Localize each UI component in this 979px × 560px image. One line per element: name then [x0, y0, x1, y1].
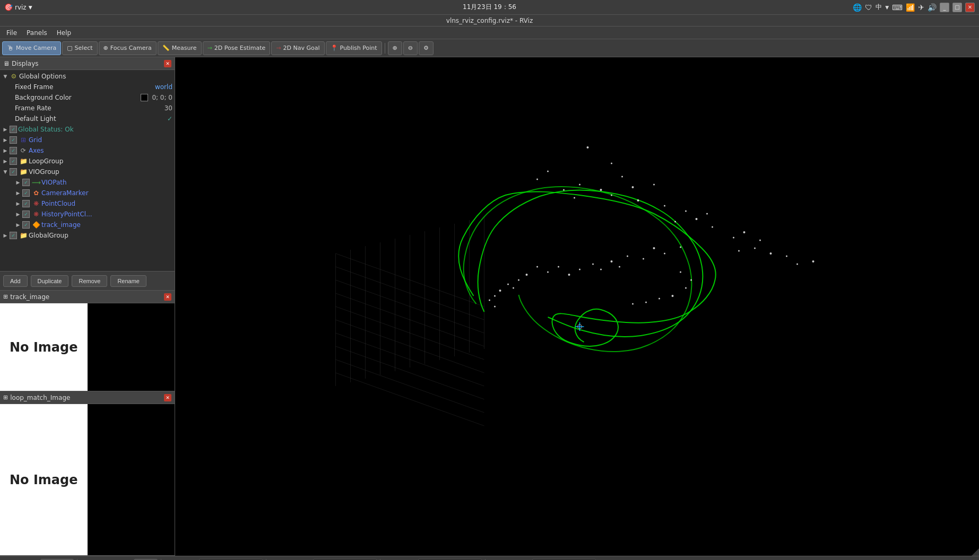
svg-point-60 — [558, 266, 559, 268]
dropdown-arrow[interactable]: ▼ — [29, 5, 32, 10]
nav-goal-button[interactable]: → 2D Nav Goal — [271, 41, 324, 55]
global-options-item[interactable]: ▼ ⚙ Global Options — [0, 71, 175, 82]
nav-goal-icon: → — [276, 45, 281, 51]
zoom-in-button[interactable]: ⊕ — [388, 41, 402, 55]
history-point-checkbox[interactable]: ✓ — [22, 211, 30, 218]
axes-checkbox[interactable]: ✓ — [10, 147, 17, 154]
svg-point-53 — [627, 256, 628, 257]
loop-group-checkbox[interactable]: ✓ — [10, 158, 17, 165]
svg-point-49 — [680, 247, 681, 248]
pose-estimate-icon: → — [207, 45, 212, 51]
svg-point-51 — [653, 247, 655, 249]
svg-point-62 — [536, 266, 538, 268]
svg-point-43 — [759, 240, 761, 241]
loop-match-header: ⊞ loop_match_Image ✕ — [0, 391, 175, 404]
color-swatch[interactable] — [141, 94, 148, 101]
grid-item[interactable]: ▶ ✓ ⊞ Grid — [0, 135, 175, 145]
add-button[interactable]: Add — [3, 275, 28, 287]
history-point-expand[interactable]: ▶ — [15, 211, 21, 217]
global-options-expand[interactable]: ▼ — [2, 73, 8, 80]
track-image-close-button[interactable]: ✕ — [164, 293, 171, 301]
duplicate-button[interactable]: Duplicate — [31, 275, 69, 287]
svg-point-56 — [600, 269, 602, 270]
zoom-out-button[interactable]: ⊖ — [403, 41, 418, 55]
displays-close-button[interactable]: ✕ — [164, 60, 171, 67]
history-point-label: HistoryPointCl... — [41, 211, 172, 218]
global-group-item[interactable]: ▶ ✓ 📁 GlobalGroup — [0, 230, 175, 241]
tray-arrow-icon[interactable]: ▼ — [885, 5, 889, 10]
global-status-check[interactable]: ✓ — [10, 126, 17, 133]
close-button[interactable]: ✕ — [965, 3, 975, 12]
vio-path-checkbox[interactable]: ✓ — [22, 179, 30, 186]
svg-point-29 — [563, 189, 565, 191]
fixed-frame-value[interactable]: world — [155, 83, 172, 91]
publish-point-button[interactable]: 📍 Publish Point — [326, 41, 382, 55]
pose-estimate-button[interactable]: → 2D Pose Estimate — [203, 41, 271, 55]
camera-marker-item[interactable]: ▶ ✓ ✿ CameraMarker — [0, 188, 175, 198]
global-group-icon: 📁 — [19, 231, 28, 240]
vio-group-expand[interactable]: ▼ — [2, 169, 8, 175]
track-image-checkbox[interactable]: ✓ — [22, 221, 30, 229]
vio-group-checkbox[interactable]: ✓ — [10, 168, 17, 176]
grid-label: Grid — [29, 136, 172, 144]
svg-point-21 — [587, 146, 589, 148]
axes-expand[interactable]: ▶ — [2, 147, 8, 154]
svg-point-58 — [579, 269, 581, 270]
global-status-expand[interactable]: ▶ — [2, 126, 8, 133]
global-group-expand[interactable]: ▶ — [2, 232, 8, 239]
frame-rate-value[interactable]: 30 — [164, 104, 172, 112]
remove-button[interactable]: Remove — [72, 275, 107, 287]
grid-checkbox[interactable]: ✓ — [10, 136, 17, 144]
loop-group-expand[interactable]: ▶ — [2, 158, 8, 164]
global-status-item[interactable]: ▶ ✓ Global Status: Ok — [0, 124, 175, 135]
loop-group-item[interactable]: ▶ ✓ 📁 LoopGroup — [0, 156, 175, 167]
maximize-button[interactable]: □ — [952, 3, 962, 12]
menu-panels[interactable]: Panels — [22, 28, 51, 38]
settings-button[interactable]: ⚙ — [419, 41, 434, 55]
grid-expand[interactable]: ▶ — [2, 137, 8, 143]
point-cloud-item[interactable]: ▶ ✓ ❋ PointCloud — [0, 198, 175, 209]
rename-button[interactable]: Rename — [110, 275, 146, 287]
measure-icon: 📏 — [162, 45, 170, 51]
select-button[interactable]: ▢ Select — [62, 41, 97, 55]
tray-wifi-icon: 📶 — [906, 3, 915, 12]
vio-path-item[interactable]: ▶ ✓ ⟿ VIOPath — [0, 177, 175, 188]
loop-match-panel-icon: ⊞ — [3, 394, 8, 401]
focus-camera-label: Focus Camera — [110, 45, 152, 51]
robot-indicator — [576, 322, 584, 331]
svg-point-34 — [664, 205, 665, 207]
displays-buttons: Add Duplicate Remove Rename — [0, 271, 175, 290]
displays-section: 🖥 Displays ✕ ▼ ⚙ Global Options Fixed Fr… — [0, 57, 175, 291]
point-cloud-checkbox[interactable]: ✓ — [22, 200, 30, 207]
folder-icon-2: 📁 — [19, 168, 28, 176]
menu-help[interactable]: Help — [53, 28, 75, 38]
loop-match-close-button[interactable]: ✕ — [164, 394, 171, 401]
track-image-expand[interactable]: ▶ — [15, 222, 21, 228]
move-camera-button[interactable]: 🖱 Move Camera — [2, 41, 61, 55]
minimize-button[interactable]: _ — [940, 3, 949, 12]
axes-item[interactable]: ▶ ✓ ⟳ Axes — [0, 145, 175, 156]
vio-group-item[interactable]: ▼ ✓ 📁 VIOGroup — [0, 167, 175, 177]
point-cloud-expand[interactable]: ▶ — [15, 200, 21, 207]
focus-camera-button[interactable]: ⊕ Focus Camera — [99, 41, 157, 55]
svg-point-76 — [645, 302, 647, 303]
default-light-value[interactable]: ✓ — [167, 115, 172, 122]
menu-file[interactable]: File — [2, 28, 21, 38]
tray-volume-icon: 🔊 — [928, 3, 937, 12]
track-image-panel-title: ⊞ track_image — [3, 293, 49, 301]
main-viewport[interactable] — [175, 57, 979, 556]
camera-marker-expand[interactable]: ▶ — [15, 190, 21, 196]
history-point-item[interactable]: ▶ ✓ ❋ HistoryPointCl... — [0, 209, 175, 220]
vio-group-label: VIOGroup — [29, 168, 172, 176]
default-light-label: Default Light — [15, 115, 163, 122]
track-image-item[interactable]: ▶ ✓ 🔶 track_image — [0, 220, 175, 230]
resize-handle[interactable] — [972, 548, 979, 556]
select-icon: ▢ — [67, 45, 72, 51]
title-bar: 🎯 rviz ▼ 11月23日 19：56 🌐 🛡 中 ▼ ⌨ 📶 ✈ 🔊 _ … — [0, 0, 979, 15]
measure-button[interactable]: 📏 Measure — [158, 41, 202, 55]
svg-line-9 — [336, 373, 484, 426]
fixed-frame-label: Fixed Frame — [15, 83, 151, 91]
global-group-checkbox[interactable]: ✓ — [10, 232, 17, 239]
vio-path-expand[interactable]: ▶ — [15, 179, 21, 186]
camera-marker-checkbox[interactable]: ✓ — [22, 189, 30, 197]
